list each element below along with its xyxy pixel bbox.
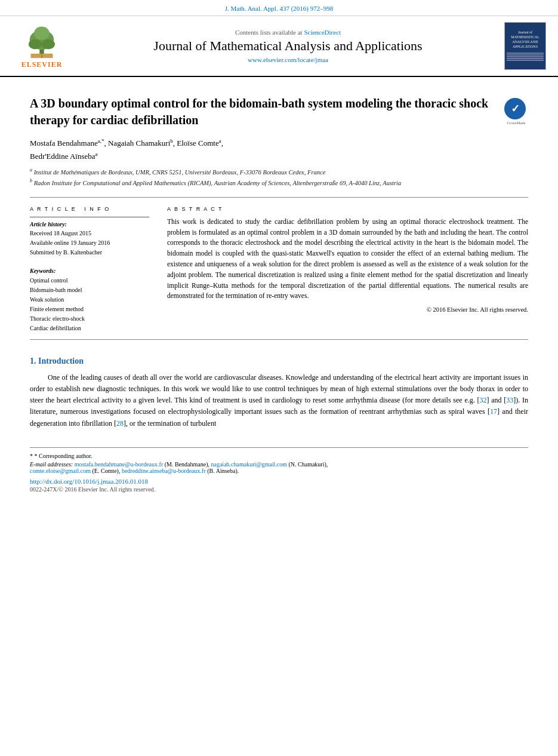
introduction-section: 1. Introduction One of the leading cause… xyxy=(30,357,528,429)
author3-sup: a xyxy=(219,138,221,144)
affil-b-marker: b xyxy=(30,178,32,183)
author1-sup: a,* xyxy=(98,138,104,144)
article-info-heading: A R T I C L E I N F O xyxy=(30,206,149,212)
affil-a-marker: a xyxy=(30,167,32,173)
doi-link[interactable]: http://dx.doi.org/10.1016/j.jmaa.2016.01… xyxy=(30,478,528,485)
journal-cover-image: Journal ofMATHEMATICALANALYSIS ANDAPPLIC… xyxy=(504,22,546,70)
keyword-1: Optimal control xyxy=(30,276,149,285)
article-title: A 3D boundary optimal control for the bi… xyxy=(30,95,498,128)
and-text: and xyxy=(491,396,501,404)
elsevier-tree-icon xyxy=(18,23,66,59)
abstract-text: This work is dedicated to study the card… xyxy=(167,217,528,302)
body-divider xyxy=(30,339,528,340)
author2-sup: b xyxy=(170,138,173,144)
crossmark-label: CrossMark xyxy=(504,121,528,125)
introduction-paragraph: One of the leading causes of death all o… xyxy=(30,372,528,429)
keywords-list: Optimal control Bidomain-bath model Weak… xyxy=(30,276,149,333)
article-info-column: A R T I C L E I N F O Article history: R… xyxy=(30,206,149,333)
keyword-5: Thoracic electro-shock xyxy=(30,314,149,324)
elsevier-brand-text: ELSEVIER xyxy=(21,60,63,69)
contents-available-line: Contents lists available at ScienceDirec… xyxy=(78,29,498,36)
journal-reference-text: J. Math. Anal. Appl. 437 (2016) 972–998 xyxy=(225,5,334,12)
keyword-6: Cardiac defibrillation xyxy=(30,324,149,333)
corresponding-author-note: * * Corresponding author. xyxy=(30,453,528,459)
introduction-heading: 1. Introduction xyxy=(30,357,528,366)
copyright-line: © 2016 Elsevier Inc. All rights reserved… xyxy=(167,306,528,313)
available-date: Available online 19 January 2016 xyxy=(30,239,149,247)
sciencedirect-link[interactable]: ScienceDirect xyxy=(304,29,341,36)
article-info-divider xyxy=(30,217,149,217)
authors-line: Mostafa Bendahmanea,*, Nagaiah Chamakuri… xyxy=(30,137,528,163)
crossmark-icon: ✓ xyxy=(504,98,526,119)
svg-point-3 xyxy=(42,39,55,49)
keywords-label: Keywords: xyxy=(30,268,149,274)
footer: * * Corresponding author. E-mail address… xyxy=(30,447,528,493)
email-4[interactable]: bedreddine.ainseba@u-bordeaux.fr xyxy=(122,468,206,474)
email-1[interactable]: mostafa.bendahmane@u-bordeaux.fr xyxy=(75,461,164,468)
journal-center-header: Contents lists available at ScienceDirec… xyxy=(78,29,498,63)
article-info-abstract-layout: A R T I C L E I N F O Article history: R… xyxy=(30,206,528,333)
email-2[interactable]: nagaiah.chamakuri@gmail.com xyxy=(211,461,287,468)
ref-33: 33 xyxy=(506,396,513,404)
main-content: A 3D boundary optimal control for the bi… xyxy=(0,77,558,505)
abstract-heading: A B S T R A C T xyxy=(167,206,528,212)
journal-url[interactable]: www.elsevier.com/locate/jmaa xyxy=(78,56,498,63)
journal-title: Journal of Mathematical Analysis and App… xyxy=(78,38,498,54)
crossmark-badge: ✓ CrossMark xyxy=(504,98,528,125)
ref-32: 32 xyxy=(479,396,486,404)
keyword-2: Bidomain-bath model xyxy=(30,285,149,295)
elsevier-logo: ELSEVIER xyxy=(12,23,72,69)
article-title-section: A 3D boundary optimal control for the bi… xyxy=(30,95,528,128)
svg-point-4 xyxy=(34,26,50,39)
journal-header: ELSEVIER Contents lists available at Sci… xyxy=(0,16,558,77)
email-label: E-mail addresses: xyxy=(30,461,73,468)
journal-cover-decoration xyxy=(507,52,544,62)
page: J. Math. Anal. Appl. 437 (2016) 972–998 … xyxy=(0,0,558,756)
keyword-3: Weak solution xyxy=(30,295,149,305)
journal-reference-bar: J. Math. Anal. Appl. 437 (2016) 972–998 xyxy=(0,0,558,16)
affiliations: a Institut de Mathématiques de Bordeaux,… xyxy=(30,167,528,188)
submitted-by: Submitted by B. Kaltenbacher xyxy=(30,248,149,257)
email-3[interactable]: comte.eloise@gmail.com xyxy=(30,468,91,474)
abstract-column: A B S T R A C T This work is dedicated t… xyxy=(167,206,528,333)
received-date: Received 18 August 2015 xyxy=(30,229,149,238)
journal-cover-text: Journal ofMATHEMATICALANALYSIS ANDAPPLIC… xyxy=(511,30,539,49)
author4-sup: a xyxy=(95,151,98,157)
svg-point-2 xyxy=(29,39,42,49)
issn-line: 0022-247X/© 2016 Elsevier Inc. All right… xyxy=(30,486,528,493)
keyword-4: Finite element method xyxy=(30,305,149,314)
email-addresses-line: E-mail addresses: mostafa.bendahmane@u-b… xyxy=(30,461,528,474)
history-label: Article history: xyxy=(30,221,149,228)
ref-17: 17 xyxy=(490,407,497,416)
ref-28: 28 xyxy=(116,419,124,428)
header-divider xyxy=(30,197,528,198)
